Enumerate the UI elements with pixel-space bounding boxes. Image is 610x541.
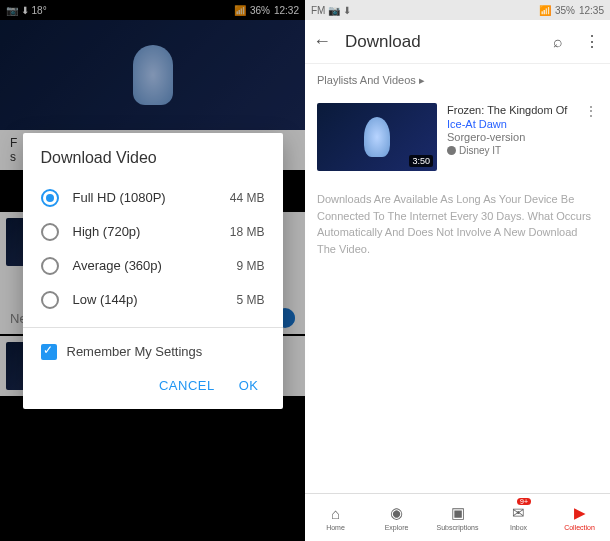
- option-size: 5 MB: [236, 293, 264, 307]
- option-size: 18 MB: [230, 225, 265, 239]
- inbox-badge: 9+: [517, 498, 531, 505]
- thumb-art: [364, 117, 390, 157]
- explore-icon: ◉: [390, 504, 403, 522]
- item-more-icon[interactable]: ⋮: [584, 103, 598, 171]
- channel-name: Disney IT: [459, 145, 501, 156]
- back-button[interactable]: ←: [313, 31, 331, 52]
- inbox-icon: ✉: [512, 504, 525, 522]
- option-size: 9 MB: [236, 259, 264, 273]
- quality-option-low[interactable]: Low (144p) 5 MB: [23, 283, 283, 317]
- duration-badge: 3:50: [409, 155, 433, 167]
- dialog-title: Download Video: [23, 149, 283, 181]
- option-label: Low (144p): [73, 292, 237, 307]
- collection-icon: ▶: [574, 504, 586, 522]
- download-dialog: Download Video Full HD (1080P) 44 MB Hig…: [23, 133, 283, 409]
- remember-settings-row[interactable]: Remember My Settings: [23, 338, 283, 364]
- dialog-overlay: Download Video Full HD (1080P) 44 MB Hig…: [0, 0, 305, 541]
- status-bar-right: FM 📷 ⬇ 📶 35% 12:35: [305, 0, 610, 20]
- quality-option-high[interactable]: High (720p) 18 MB: [23, 215, 283, 249]
- quality-option-fullhd[interactable]: Full HD (1080P) 44 MB: [23, 181, 283, 215]
- page-title: Download: [345, 32, 534, 52]
- quality-option-average[interactable]: Average (360p) 9 MB: [23, 249, 283, 283]
- nav-label: Explore: [385, 524, 409, 531]
- app-bar: ← Download ⌕ ⋮: [305, 20, 610, 64]
- clock: 12:35: [579, 5, 604, 16]
- signal-icon: 📶: [539, 5, 551, 16]
- option-size: 44 MB: [230, 191, 265, 205]
- nav-label: Subscriptions: [436, 524, 478, 531]
- radio-icon: [41, 223, 59, 241]
- nav-home[interactable]: ⌂ Home: [305, 494, 366, 541]
- download-item[interactable]: 3:50 Frozen: The Kingdom Of Ice-At Dawn …: [305, 97, 610, 177]
- nav-label: Collection: [564, 524, 595, 531]
- nav-label: Inbox: [510, 524, 527, 531]
- ok-button[interactable]: OK: [239, 378, 259, 393]
- dialog-divider: [23, 327, 283, 328]
- download-thumb: 3:50: [317, 103, 437, 171]
- download-meta: Frozen: The Kingdom Of Ice-At Dawn Sorge…: [447, 103, 574, 171]
- checkbox-icon: [41, 344, 57, 360]
- subscriptions-icon: ▣: [451, 504, 465, 522]
- nav-label: Home: [326, 524, 345, 531]
- radio-icon: [41, 291, 59, 309]
- bottom-nav: ⌂ Home ◉ Explore ▣ Subscriptions ✉ Inbox…: [305, 493, 610, 541]
- filter-dropdown[interactable]: Playlists And Videos ▸: [305, 64, 610, 97]
- option-label: High (720p): [73, 224, 230, 239]
- option-label: Average (360p): [73, 258, 237, 273]
- item-title: Frozen: The Kingdom Of: [447, 103, 574, 117]
- spacer: [305, 271, 610, 493]
- left-phone: 📷 ⬇ 18° 📶 36% 12:32 F s Next Videos Auto…: [0, 0, 305, 541]
- download-info-text: Downloads Are Available As Long As Your …: [305, 177, 610, 271]
- item-channel: Disney IT: [447, 145, 574, 156]
- item-subtitle: Ice-At Dawn: [447, 118, 574, 130]
- right-phone: FM 📷 ⬇ 📶 35% 12:35 ← Download ⌕ ⋮ Playli…: [305, 0, 610, 541]
- more-icon[interactable]: ⋮: [582, 32, 602, 51]
- nav-subscriptions[interactable]: ▣ Subscriptions: [427, 494, 488, 541]
- remember-label: Remember My Settings: [67, 344, 203, 359]
- dialog-actions: CANCEL OK: [23, 364, 283, 393]
- battery-pct: 35%: [555, 5, 575, 16]
- radio-icon: [41, 189, 59, 207]
- nav-explore[interactable]: ◉ Explore: [366, 494, 427, 541]
- nav-inbox[interactable]: ✉ Inbox 9+: [488, 494, 549, 541]
- home-icon: ⌂: [331, 505, 340, 522]
- search-icon[interactable]: ⌕: [548, 33, 568, 51]
- radio-icon: [41, 257, 59, 275]
- option-label: Full HD (1080P): [73, 190, 230, 205]
- nav-collection[interactable]: ▶ Collection: [549, 494, 610, 541]
- cancel-button[interactable]: CANCEL: [159, 378, 215, 393]
- status-icons: FM 📷 ⬇: [311, 5, 351, 16]
- verified-icon: [447, 146, 456, 155]
- item-version: Sorgero-version: [447, 131, 574, 143]
